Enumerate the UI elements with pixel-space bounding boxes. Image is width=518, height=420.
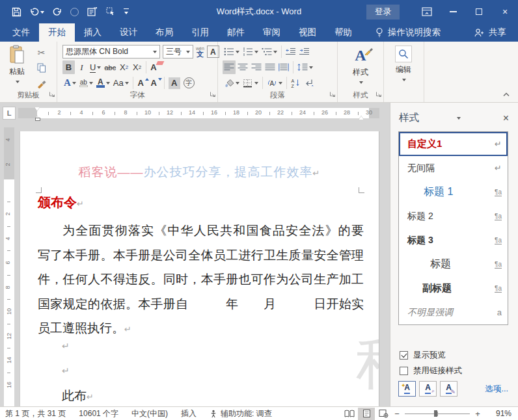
word-count-status[interactable]: 10601 个字 bbox=[79, 408, 118, 419]
font-name-combo[interactable]: 思源黑体 CN Bold bbox=[62, 45, 160, 59]
distribute-button[interactable] bbox=[277, 60, 290, 74]
numbering-dropdown-icon[interactable] bbox=[254, 51, 258, 55]
enclose-characters-button[interactable]: 字 bbox=[182, 76, 196, 90]
zoom-in-button[interactable]: + bbox=[472, 409, 483, 419]
tab-stop-selector[interactable]: L bbox=[3, 107, 16, 120]
shrink-font-button[interactable]: A bbox=[149, 76, 161, 90]
styles-pane-close-button[interactable]: × bbox=[503, 112, 509, 124]
text-effects-button[interactable]: A bbox=[62, 76, 77, 90]
line-spacing-button[interactable] bbox=[296, 60, 314, 74]
highlight-color-button[interactable]: ab bbox=[78, 76, 94, 90]
borders-dropdown-icon[interactable] bbox=[254, 82, 258, 86]
font-color-button[interactable]: A bbox=[95, 76, 111, 90]
print-layout-button[interactable] bbox=[358, 408, 375, 420]
show-preview-checkbox-row[interactable]: 显示预览 bbox=[400, 350, 446, 361]
tell-me-search[interactable]: 操作说明搜索 bbox=[375, 23, 441, 42]
minimize-button[interactable] bbox=[440, 0, 466, 23]
change-case-button[interactable]: Aa bbox=[112, 76, 130, 90]
multilevel-dropdown-icon[interactable] bbox=[273, 51, 277, 55]
bold-button[interactable]: B bbox=[62, 60, 75, 74]
ribbon-display-options-button[interactable] bbox=[414, 0, 440, 23]
clear-formatting-button[interactable]: A bbox=[149, 60, 161, 74]
insert-mode-status[interactable]: 插入 bbox=[181, 408, 197, 419]
show-hide-marks-button[interactable] bbox=[303, 76, 315, 90]
line-spacing-dropdown-icon[interactable] bbox=[309, 66, 313, 71]
style-item-heading2[interactable]: 标题 2¶a bbox=[399, 204, 508, 228]
style-item-custom[interactable]: 自定义1↵ bbox=[399, 132, 508, 156]
zoom-slider-thumb[interactable] bbox=[434, 410, 437, 417]
font-color-dropdown-icon[interactable] bbox=[106, 82, 110, 86]
page-number-status[interactable]: 第 1 页，共 31 页 bbox=[5, 408, 66, 419]
shading-dropdown-icon[interactable] bbox=[236, 82, 239, 86]
tab-insert[interactable]: 插入 bbox=[75, 23, 111, 42]
superscript-button[interactable]: X2 bbox=[131, 60, 143, 74]
borders-button[interactable] bbox=[241, 76, 260, 90]
tab-review[interactable]: 审阅 bbox=[254, 23, 290, 42]
tab-design[interactable]: 设计 bbox=[111, 23, 146, 42]
style-item-heading3[interactable]: 标题 3¶a bbox=[399, 228, 508, 252]
font-size-combo[interactable]: 三号 bbox=[163, 45, 193, 59]
italic-button[interactable]: I bbox=[75, 60, 88, 74]
strikethrough-button[interactable]: abc bbox=[103, 60, 117, 74]
tab-file[interactable]: 文件 bbox=[3, 23, 39, 42]
paste-dropdown-icon[interactable] bbox=[16, 81, 20, 85]
align-left-button[interactable] bbox=[223, 60, 236, 74]
highlight-dropdown-icon[interactable] bbox=[89, 82, 93, 86]
signin-button[interactable]: 登录 bbox=[366, 5, 400, 20]
character-shading-button[interactable]: A bbox=[167, 76, 182, 90]
right-indent-marker[interactable] bbox=[359, 113, 364, 120]
touch-mode-button[interactable] bbox=[87, 7, 98, 16]
save-button[interactable] bbox=[12, 7, 21, 17]
redo-button[interactable] bbox=[53, 8, 62, 16]
shading-button[interactable] bbox=[223, 76, 241, 90]
align-center-button[interactable] bbox=[236, 60, 249, 74]
tab-references[interactable]: 引用 bbox=[182, 23, 218, 42]
left-indent-marker[interactable] bbox=[35, 118, 40, 121]
style-item-title[interactable]: 标题¶a bbox=[399, 252, 508, 276]
sort-button[interactable]: AZ bbox=[290, 76, 302, 90]
maximize-button[interactable] bbox=[466, 0, 492, 23]
editing-dropdown-icon[interactable] bbox=[402, 79, 406, 83]
style-item-nospacing[interactable]: 无间隔↵ bbox=[399, 156, 508, 180]
web-layout-button[interactable] bbox=[375, 408, 392, 420]
paragraph-dialog-launcher[interactable] bbox=[329, 90, 336, 99]
close-button[interactable]: × bbox=[492, 0, 518, 23]
read-mode-button[interactable] bbox=[341, 408, 358, 420]
asian-layout-button[interactable]: A bbox=[266, 76, 284, 90]
copy-button[interactable] bbox=[35, 61, 48, 75]
align-right-button[interactable] bbox=[250, 60, 263, 74]
tab-view[interactable]: 视图 bbox=[290, 23, 325, 42]
language-status[interactable]: 中文(中国) bbox=[131, 408, 168, 419]
clipboard-dialog-launcher[interactable] bbox=[49, 90, 55, 99]
tab-layout[interactable]: 布局 bbox=[146, 23, 182, 42]
zoom-slider[interactable] bbox=[405, 410, 470, 418]
grow-font-button[interactable]: A bbox=[136, 76, 148, 90]
style-item-subtitle[interactable]: 副标题¶a bbox=[399, 276, 508, 300]
tab-help[interactable]: 帮助 bbox=[325, 23, 361, 42]
numbering-button[interactable] bbox=[241, 45, 260, 59]
change-case-dropdown-icon[interactable] bbox=[125, 82, 129, 86]
share-button[interactable]: 共享 bbox=[463, 23, 518, 42]
styles-options-link[interactable]: 选项... bbox=[485, 384, 508, 395]
editing-button[interactable]: 编辑 bbox=[389, 46, 418, 82]
styles-pane-menu-icon[interactable] bbox=[457, 117, 461, 122]
zoom-out-button[interactable]: − bbox=[392, 409, 402, 419]
style-inspector-button[interactable]: A⌕ bbox=[419, 381, 437, 397]
zoom-level[interactable]: 91% bbox=[485, 409, 511, 418]
cut-button[interactable]: ✂ bbox=[35, 46, 48, 59]
underline-button[interactable]: U bbox=[89, 60, 102, 74]
bullets-dropdown-icon[interactable] bbox=[236, 51, 239, 55]
collapse-ribbon-button[interactable] bbox=[502, 89, 510, 99]
style-item-subtle-emphasis[interactable]: 不明显强调a bbox=[399, 300, 508, 324]
subscript-button[interactable]: X2 bbox=[118, 60, 130, 74]
tab-home[interactable]: 开始 bbox=[39, 23, 75, 42]
asian-layout-dropdown-icon[interactable] bbox=[279, 82, 282, 86]
manage-styles-button[interactable]: A✎ bbox=[440, 381, 457, 397]
multilevel-list-button[interactable] bbox=[260, 45, 279, 59]
text-effects-dropdown-icon[interactable] bbox=[72, 82, 76, 86]
undo-dropdown-icon[interactable] bbox=[40, 11, 44, 16]
document-page[interactable]: 稻客说——办公技巧分享，提高工作效率↵ 颁布令↵ 为全面贯彻落实《中华人民共和国… bbox=[20, 131, 379, 406]
undo-button[interactable] bbox=[30, 8, 44, 16]
justify-button[interactable] bbox=[264, 60, 277, 74]
bullets-button[interactable] bbox=[223, 45, 241, 59]
